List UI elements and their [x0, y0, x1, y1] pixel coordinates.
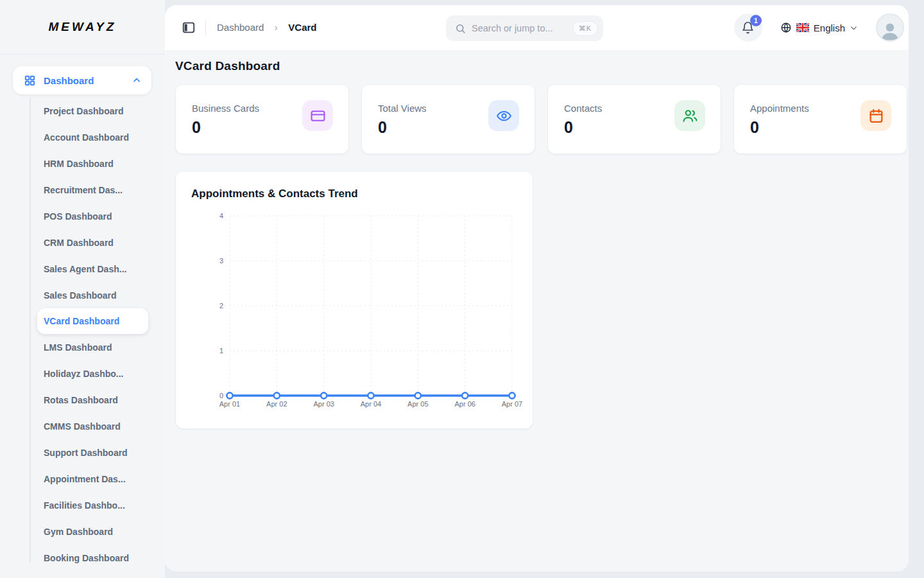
- user-avatar[interactable]: [876, 13, 904, 42]
- sidebar-item-cmms-dashboard[interactable]: CMMS Dashboard: [0, 413, 165, 439]
- sidebar-item-recruitment-das[interactable]: Recruitment Das...: [0, 177, 165, 203]
- sidebar-item-support-dashboard[interactable]: Support Dashboard: [0, 439, 165, 466]
- sidebar-submenu: Project DashboardAccount DashboardHRM Da…: [0, 98, 165, 570]
- notifications-button[interactable]: 1: [734, 13, 762, 42]
- stat-value: 0: [564, 118, 602, 137]
- sidebar-item-crm-dashboard[interactable]: CRM Dashboard: [0, 229, 165, 256]
- stat-label: Business Cards: [192, 103, 259, 114]
- sidebar-toggle-icon[interactable]: [182, 21, 196, 35]
- stat-card-contacts: Contacts 0: [547, 84, 721, 154]
- breadcrumb: Dashboard › VCard: [217, 22, 316, 33]
- sidebar-item-holidayz-dashbo[interactable]: Holidayz Dashbo...: [0, 360, 165, 387]
- divider: [205, 20, 206, 35]
- chevron-down-icon: [850, 24, 858, 32]
- globe-icon: [780, 22, 792, 33]
- language-selector[interactable]: English: [780, 22, 858, 33]
- content-area: VCard Dashboard Business Cards 0 Total V…: [165, 50, 909, 429]
- sidebar-item-lms-dashboard[interactable]: LMS Dashboard: [0, 334, 165, 360]
- trend-line-chart: 01234Apr 01Apr 02Apr 03Apr 04Apr 05Apr 0…: [176, 171, 534, 422]
- notification-count-badge: 1: [750, 15, 762, 26]
- sidebar-item-facilities-dashbo[interactable]: Facilities Dashbo...: [0, 492, 165, 518]
- search-icon: [455, 23, 466, 34]
- grid-icon: [24, 74, 36, 87]
- sidebar-item-booking-dashboard[interactable]: Booking Dashboard: [0, 545, 165, 570]
- stat-value: 0: [750, 118, 809, 137]
- chevron-up-icon: [132, 76, 141, 85]
- svg-text:Apr 05: Apr 05: [407, 400, 428, 408]
- search-shortcut-badge: ⌘K: [572, 21, 598, 36]
- users-icon: [674, 100, 705, 131]
- breadcrumb-dashboard[interactable]: Dashboard: [217, 22, 264, 33]
- svg-text:3: 3: [219, 257, 223, 265]
- stat-value: 0: [378, 118, 427, 137]
- stat-label: Contacts: [564, 103, 602, 114]
- stat-card-appointments: Appointments 0: [733, 84, 907, 154]
- svg-text:Apr 02: Apr 02: [266, 400, 287, 408]
- sidebar-item-sales-dashboard[interactable]: Sales Dashboard: [0, 282, 165, 308]
- eye-icon: [488, 100, 519, 131]
- search-input[interactable]: Search or jump to... ⌘K: [446, 15, 603, 41]
- sidebar-item-rotas-dashboard[interactable]: Rotas Dashboard: [0, 387, 165, 413]
- sidebar-item-vcard-dashboard[interactable]: VCard Dashboard: [37, 308, 148, 334]
- sidebar-item-dashboard[interactable]: Dashboard: [13, 66, 151, 94]
- logo-area: MEWAYZ: [0, 0, 165, 55]
- search-placeholder: Search or jump to...: [472, 23, 572, 33]
- svg-text:Apr 04: Apr 04: [361, 400, 381, 408]
- svg-text:4: 4: [219, 212, 223, 220]
- sidebar-item-account-dashboard[interactable]: Account Dashboard: [0, 124, 165, 150]
- sidebar-item-pos-dashboard[interactable]: POS Dashboard: [0, 203, 165, 229]
- sidebar: MEWAYZ Dashboard Project DashboardAccoun…: [0, 0, 165, 578]
- sidebar-item-gym-dashboard[interactable]: Gym Dashboard: [0, 518, 165, 545]
- calendar-icon: [860, 100, 891, 131]
- svg-text:Apr 07: Apr 07: [502, 400, 522, 408]
- brand-logo: MEWAYZ: [49, 20, 117, 34]
- language-label: English: [814, 22, 845, 33]
- stat-cards-row: Business Cards 0 Total Views 0: [175, 84, 909, 154]
- svg-text:2: 2: [219, 302, 223, 310]
- breadcrumb-current: VCard: [288, 22, 316, 33]
- sidebar-item-appointment-das[interactable]: Appointment Das...: [0, 466, 165, 492]
- sidebar-item-project-dashboard[interactable]: Project Dashboard: [0, 98, 165, 124]
- breadcrumb-separator: ›: [275, 22, 278, 33]
- stat-card-total-views: Total Views 0: [361, 84, 535, 154]
- trend-chart-card: Appointments & Contacts Trend 01234Apr 0…: [175, 171, 533, 429]
- svg-text:0: 0: [219, 392, 223, 399]
- sidebar-item-hrm-dashboard[interactable]: HRM Dashboard: [0, 150, 165, 177]
- stat-label: Total Views: [378, 103, 427, 114]
- stat-label: Appointments: [750, 103, 809, 114]
- top-header: Dashboard › VCard Search or jump to... ⌘…: [165, 5, 909, 50]
- sidebar-item-sales-agent-dash[interactable]: Sales Agent Dash...: [0, 256, 165, 282]
- svg-text:Apr 01: Apr 01: [219, 400, 240, 408]
- svg-text:1: 1: [219, 347, 223, 355]
- sidebar-item-label: Dashboard: [44, 75, 94, 86]
- uk-flag-icon: [796, 23, 809, 32]
- main-panel: Dashboard › VCard Search or jump to... ⌘…: [165, 5, 909, 572]
- svg-text:Apr 03: Apr 03: [313, 400, 334, 408]
- credit-card-icon: [302, 100, 333, 131]
- svg-text:Apr 06: Apr 06: [454, 400, 475, 408]
- stat-value: 0: [192, 118, 259, 137]
- stat-card-business-cards: Business Cards 0: [175, 84, 349, 154]
- page-title: VCard Dashboard: [175, 59, 909, 73]
